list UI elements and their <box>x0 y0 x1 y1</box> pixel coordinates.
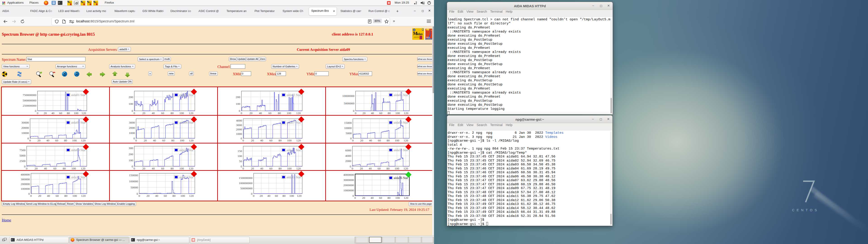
svg-text:10000: 10000 <box>344 126 352 130</box>
svg-text:60: 60 <box>268 111 272 115</box>
svg-text:aida10 Stat: aida10 Stat <box>179 148 193 152</box>
svg-text:80: 80 <box>283 194 286 197</box>
svg-text:200000: 200000 <box>21 182 30 186</box>
svg-text:aida05 Stat: aida05 Stat <box>71 121 86 124</box>
svg-text:60: 60 <box>53 167 57 170</box>
svg-text:20: 20 <box>37 139 40 142</box>
svg-text:aida16 Stat: aida16 Stat <box>394 176 408 180</box>
svg-text:0: 0 <box>28 192 30 195</box>
svg-text:0: 0 <box>26 167 28 170</box>
svg-text:0: 0 <box>135 139 137 142</box>
svg-text:40: 40 <box>44 167 47 170</box>
svg-text:120: 120 <box>404 111 408 115</box>
svg-text:POWERED: POWERED <box>426 39 432 40</box>
svg-text:120: 120 <box>189 139 194 142</box>
svg-text:120: 120 <box>81 111 86 115</box>
svg-text:40: 40 <box>260 139 264 142</box>
svg-text:120: 120 <box>404 196 408 200</box>
svg-text:80: 80 <box>388 196 391 200</box>
svg-text:4000: 4000 <box>236 119 242 122</box>
svg-text:120: 120 <box>189 111 193 115</box>
svg-text:100: 100 <box>71 167 76 170</box>
svg-text:60: 60 <box>59 111 62 115</box>
svg-text:100: 100 <box>129 159 133 162</box>
svg-text:40: 40 <box>152 167 155 170</box>
svg-text:80: 80 <box>170 111 174 115</box>
svg-text:4000: 4000 <box>345 154 351 157</box>
svg-text:80: 80 <box>278 167 282 170</box>
svg-text:200: 200 <box>129 152 133 156</box>
svg-text:80: 80 <box>386 167 390 170</box>
svg-text:0: 0 <box>353 109 354 113</box>
svg-text:40: 40 <box>259 111 262 115</box>
svg-text:3000: 3000 <box>236 123 242 127</box>
svg-text:aida03 Stat: aida03 Stat <box>287 93 301 97</box>
svg-text:80: 80 <box>386 139 390 142</box>
svg-text:0: 0 <box>133 111 135 115</box>
svg-text:60: 60 <box>161 167 164 170</box>
svg-text:aida06 Stat: aida06 Stat <box>179 121 193 124</box>
svg-text:80: 80 <box>64 139 67 142</box>
svg-text:100: 100 <box>72 139 77 142</box>
svg-text:20: 20 <box>43 111 47 115</box>
svg-text:0: 0 <box>133 167 135 170</box>
svg-text:20: 20 <box>144 139 147 142</box>
svg-text:100: 100 <box>395 139 399 142</box>
svg-text:20: 20 <box>260 194 263 197</box>
svg-text:40: 40 <box>371 111 374 115</box>
svg-text:0: 0 <box>350 137 352 140</box>
svg-text:80: 80 <box>171 139 175 142</box>
svg-text:100: 100 <box>395 196 400 200</box>
svg-text:0: 0 <box>35 109 36 113</box>
svg-text:100: 100 <box>236 102 241 105</box>
svg-text:60: 60 <box>379 111 382 115</box>
svg-text:40: 40 <box>152 111 155 115</box>
svg-text:120: 120 <box>189 194 194 197</box>
svg-text:120: 120 <box>403 139 408 142</box>
svg-text:120: 120 <box>189 167 193 170</box>
svg-text:idas: idas <box>417 32 423 36</box>
svg-text:100: 100 <box>179 111 184 115</box>
svg-text:powered by: powered by <box>414 37 419 38</box>
svg-text:0: 0 <box>30 194 32 197</box>
svg-text:80: 80 <box>173 194 176 197</box>
svg-text:50000: 50000 <box>130 186 138 189</box>
svg-text:60: 60 <box>162 139 165 142</box>
svg-text:150000: 150000 <box>129 174 138 177</box>
svg-text:80: 80 <box>67 111 70 115</box>
svg-text:20: 20 <box>251 167 254 170</box>
svg-text:0: 0 <box>241 137 242 140</box>
svg-text:120: 120 <box>81 167 86 170</box>
svg-text:0: 0 <box>352 194 354 197</box>
svg-text:60: 60 <box>164 194 167 197</box>
svg-text:20: 20 <box>147 194 150 197</box>
svg-text:80: 80 <box>170 167 174 170</box>
svg-text:100: 100 <box>179 167 184 170</box>
svg-text:0: 0 <box>355 111 356 115</box>
svg-text:150000000: 150000000 <box>239 176 252 180</box>
svg-text:100: 100 <box>287 139 292 142</box>
svg-text:60: 60 <box>377 167 381 170</box>
svg-text:0: 0 <box>131 165 133 168</box>
svg-text:aida13 Stat: aida13 Stat <box>71 176 86 179</box>
svg-text:120: 120 <box>81 139 86 142</box>
svg-text:100000000: 100000000 <box>239 181 252 185</box>
svg-text:0: 0 <box>138 194 140 197</box>
svg-text:6000: 6000 <box>345 149 351 152</box>
svg-text:80: 80 <box>278 111 281 115</box>
svg-text:aida01 Stat: aida01 Stat <box>71 93 86 97</box>
svg-text:60: 60 <box>275 194 278 197</box>
svg-text:80: 80 <box>64 194 68 197</box>
svg-text:0: 0 <box>239 109 240 113</box>
svg-text:20: 20 <box>142 167 145 170</box>
svg-text:CENTOS: CENTOS <box>792 208 819 212</box>
svg-text:0: 0 <box>24 165 26 168</box>
svg-text:100: 100 <box>72 194 77 197</box>
svg-text:120: 120 <box>403 167 408 170</box>
svg-text:2000: 2000 <box>129 126 135 129</box>
svg-text:aida12 Stat: aida12 Stat <box>394 148 408 152</box>
svg-text:20: 20 <box>251 139 254 142</box>
svg-text:40: 40 <box>153 139 156 142</box>
svg-text:20000: 20000 <box>21 126 29 129</box>
svg-text:300: 300 <box>129 146 133 150</box>
